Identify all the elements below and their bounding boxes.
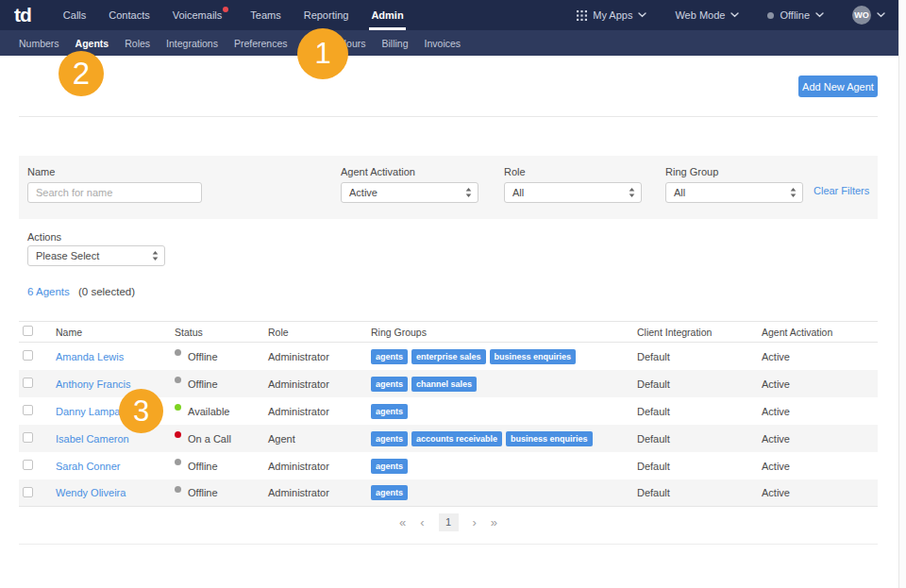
next-page-icon[interactable]: › — [473, 516, 477, 529]
status-text: On a Call — [188, 433, 231, 445]
filter-panel: Name Agent Activation Active Role All Ri… — [19, 156, 878, 219]
agent-name-link[interactable]: Wendy Oliveira — [56, 487, 126, 498]
status-dot-icon — [175, 486, 181, 493]
row-checkbox[interactable] — [23, 460, 33, 470]
selected-count-label: (0 selected) — [78, 286, 135, 297]
ring-group-tags: agents — [371, 485, 637, 500]
nav-item-calls[interactable]: Calls — [52, 0, 97, 30]
agent-name-link[interactable]: Amanda Lewis — [56, 351, 124, 362]
annotation-circle-1: 1 — [297, 28, 348, 79]
select-all-checkbox[interactable] — [23, 326, 33, 336]
row-checkbox[interactable] — [23, 432, 33, 443]
role-filter-label: Role — [504, 166, 642, 177]
last-page-icon[interactable]: » — [491, 516, 497, 529]
current-page-button[interactable]: 1 — [439, 513, 459, 531]
status-dot-icon — [175, 431, 181, 438]
status-dot-icon — [175, 459, 181, 465]
ring-group-tag: agents — [371, 431, 408, 446]
row-checkbox[interactable] — [23, 405, 33, 415]
status-text: Offline — [188, 487, 218, 498]
name-filter-label: Name — [27, 166, 202, 177]
previous-page-icon[interactable]: ‹ — [420, 516, 424, 529]
top-nav-items: Calls Contacts Voicemails Teams Reportin… — [52, 0, 415, 30]
client-integration-text: Default — [637, 461, 762, 472]
user-menu[interactable]: WO — [852, 6, 885, 25]
row-checkbox[interactable] — [23, 487, 33, 497]
agent-name-link[interactable]: Isabel Cameron — [56, 433, 129, 445]
role-text: Administrator — [268, 461, 371, 472]
role-text: Administrator — [268, 351, 371, 362]
agent-activation-select[interactable]: Active — [341, 182, 478, 203]
select-stepper-icon — [465, 187, 472, 198]
ring-group-select[interactable]: All — [665, 182, 803, 203]
brand-logo[interactable]: td — [14, 0, 31, 30]
table-row: Wendy Oliveira Offline Administrator age… — [19, 479, 878, 507]
agent-name-link[interactable]: Sarah Conner — [56, 461, 121, 472]
ring-group-tag: channel sales — [411, 377, 477, 392]
ring-group-filter-label: Ring Group — [665, 166, 803, 177]
row-checkbox[interactable] — [23, 350, 33, 361]
notification-dot-icon — [223, 7, 228, 12]
ring-group-tag: business enquiries — [506, 431, 593, 446]
ring-group-tag: agents — [371, 349, 408, 364]
role-text: Administrator — [268, 487, 371, 498]
scrollbar[interactable] — [898, 0, 906, 588]
ring-group-tag: agents — [371, 459, 408, 474]
chevron-down-icon — [730, 12, 739, 18]
subnav-item-integrations[interactable]: Integrations — [166, 38, 218, 49]
ring-group-tags: agents channel sales — [371, 377, 637, 392]
subnav-item-roles[interactable]: Roles — [125, 38, 150, 49]
client-integration-text: Default — [637, 433, 762, 445]
nav-item-teams[interactable]: Teams — [239, 0, 292, 30]
client-integration-text: Default — [637, 406, 762, 417]
role-text: Administrator — [268, 378, 371, 390]
table-row: Amanda Lewis Offline Administrator agent… — [19, 343, 878, 370]
nav-item-contacts[interactable]: Contacts — [97, 0, 160, 30]
agent-activation-text: Active — [762, 487, 878, 498]
column-header-name: Name — [56, 327, 175, 338]
my-apps-menu[interactable]: My Apps — [577, 9, 646, 21]
column-header-role: Role — [268, 327, 371, 338]
presence-dot-icon — [767, 12, 774, 19]
ring-group-tags: agents enterprise sales business enquiri… — [371, 349, 637, 364]
divider — [19, 116, 878, 117]
agents-count-label: 6 Agents — [27, 286, 70, 297]
presence-status-menu[interactable]: Offline — [767, 9, 824, 21]
status-text: Available — [188, 406, 229, 417]
table-header-row: Name Status Role Ring Groups Client Inte… — [19, 321, 878, 343]
subnav-item-agents[interactable]: Agents — [76, 38, 109, 49]
table-row: Sarah Conner Offline Administrator agent… — [19, 452, 878, 479]
divider — [19, 544, 878, 545]
status-text: Offline — [188, 461, 218, 472]
web-mode-menu[interactable]: Web Mode — [675, 9, 739, 21]
status-dot-icon — [175, 349, 181, 356]
apps-grid-icon — [577, 10, 587, 21]
role-select[interactable]: All — [504, 182, 642, 203]
clear-filters-link[interactable]: Clear Filters — [814, 185, 869, 196]
ring-group-tag: agents — [371, 485, 408, 500]
subnav-item-billing[interactable]: Billing — [382, 38, 409, 49]
row-checkbox[interactable] — [23, 378, 33, 388]
subnav-item-preferences[interactable]: Preferences — [234, 38, 288, 49]
agent-activation-text: Active — [762, 433, 878, 445]
agents-count: 6 Agents (0 selected) — [27, 286, 135, 297]
status-text: Offline — [188, 351, 218, 362]
select-stepper-icon — [629, 187, 635, 198]
ring-group-tags: agents accounts receivable business enqu… — [371, 431, 637, 446]
agent-name-link[interactable]: Anthony Francis — [56, 378, 130, 390]
status-dot-icon — [175, 377, 181, 383]
agent-activation-text: Active — [762, 351, 878, 362]
subnav-item-numbers[interactable]: Numbers — [19, 38, 59, 49]
ring-group-tag: agents — [371, 377, 408, 392]
ring-group-tag: accounts receivable — [411, 431, 502, 446]
add-new-agent-button[interactable]: Add New Agent — [798, 76, 878, 97]
first-page-icon[interactable]: « — [399, 516, 406, 529]
name-search-input[interactable] — [27, 182, 202, 203]
chevron-down-icon — [877, 12, 885, 18]
subnav-item-invoices[interactable]: Invoices — [425, 38, 461, 49]
ring-group-tag: business enquiries — [490, 349, 577, 364]
nav-item-reporting[interactable]: Reporting — [293, 0, 361, 30]
actions-select[interactable]: Please Select — [27, 245, 165, 266]
nav-item-admin[interactable]: Admin — [360, 0, 414, 30]
nav-item-voicemails[interactable]: Voicemails — [161, 0, 240, 30]
